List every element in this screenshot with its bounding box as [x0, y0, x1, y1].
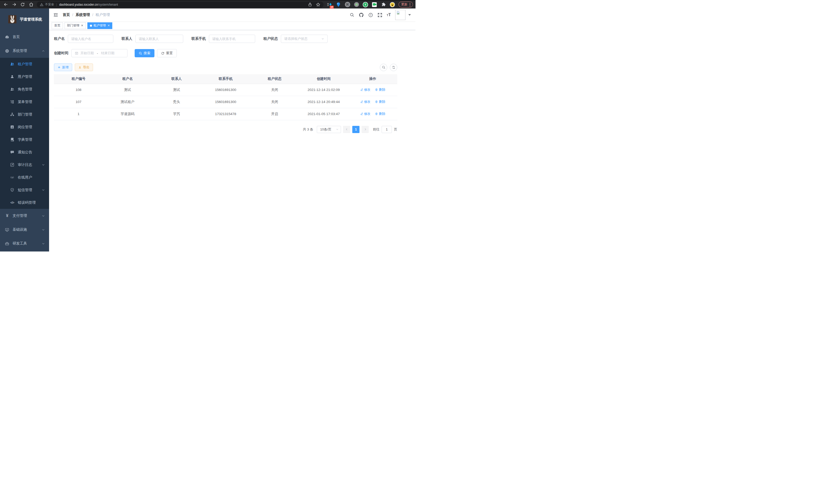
- app-logo: [8, 15, 17, 23]
- roles-icon: [10, 87, 15, 91]
- breadcrumb-home[interactable]: 首页: [63, 12, 70, 17]
- sidebar-item-error-code[interactable]: </> 错误码管理: [0, 196, 49, 209]
- bookmark-star-icon[interactable]: [316, 2, 320, 7]
- extensions-puzzle-icon[interactable]: [380, 2, 386, 7]
- next-page-button[interactable]: [362, 126, 369, 133]
- font-size-icon[interactable]: TT: [387, 12, 391, 17]
- forward-icon[interactable]: [11, 2, 17, 8]
- top-navbar: 首页 / 系统管理 / 租户管理 ? TT: [49, 8, 416, 21]
- filter-row-1: 租户名 联系人 联系手机 租户状态 请选择租户状态: [54, 35, 397, 43]
- tenant-users-icon: [10, 62, 15, 66]
- close-tab-icon[interactable]: ✕: [107, 24, 110, 27]
- col-contact: 联系人: [152, 74, 201, 84]
- tags-view-bar: 首页 部门管理 ✕ 租户管理 ✕: [49, 21, 416, 30]
- sidebar-item-dept[interactable]: 部门管理: [0, 108, 49, 121]
- sidebar-collapse-icon[interactable]: [53, 12, 58, 18]
- sidebar-item-menu[interactable]: 菜单管理: [0, 95, 49, 108]
- refresh-table-button[interactable]: [390, 64, 397, 71]
- extension-green-dot-icon[interactable]: [353, 2, 359, 7]
- avatar-dropdown-icon[interactable]: [408, 14, 411, 16]
- search-button[interactable]: 搜索: [135, 49, 154, 57]
- sidebar-item-post[interactable]: 岗位管理: [0, 121, 49, 133]
- edit-button[interactable]: 修改: [360, 112, 371, 116]
- app-logo-row[interactable]: 芋道管理系统: [0, 8, 49, 30]
- share-icon[interactable]: [308, 2, 312, 7]
- contact-label: 联系人: [121, 36, 132, 41]
- sidebar-item-user[interactable]: 用户管理: [0, 70, 49, 83]
- post-badge-icon: [10, 125, 15, 129]
- close-tab-icon[interactable]: ✕: [81, 24, 83, 27]
- extension-command-icon[interactable]: ⌘: [345, 2, 350, 7]
- sidebar-item-notice[interactable]: 通知公告: [0, 146, 49, 158]
- delete-button[interactable]: 删除: [375, 88, 385, 92]
- browser-menu-icon[interactable]: [409, 3, 410, 6]
- address-bar[interactable]: 不安全 | dashboard.yudao.iocoder.cn/system/…: [37, 2, 323, 8]
- edit-button[interactable]: 修改: [360, 88, 371, 92]
- tab-dept[interactable]: 部门管理 ✕: [64, 22, 86, 29]
- not-secure-label: 不安全: [45, 2, 54, 7]
- back-icon[interactable]: [3, 2, 9, 8]
- download-icon: [78, 66, 82, 69]
- extension-emoji-icon[interactable]: [390, 2, 395, 7]
- create-time-label: 创建时间: [54, 51, 68, 56]
- extension-diamond-icon[interactable]: 10: [326, 2, 332, 7]
- reset-button[interactable]: 重置: [157, 49, 177, 57]
- edit-button[interactable]: 修改: [360, 100, 371, 104]
- mobile-input[interactable]: [209, 35, 255, 43]
- page-size-select[interactable]: 10条/页: [317, 126, 341, 133]
- goto-page-input[interactable]: [381, 126, 392, 133]
- breadcrumb-system[interactable]: 系统管理: [76, 12, 90, 17]
- status-value: 关闭: [250, 96, 299, 108]
- status-select[interactable]: 请选择租户状态: [281, 35, 327, 43]
- sidebar-item-home[interactable]: 首页: [0, 30, 49, 44]
- home-icon[interactable]: [28, 2, 34, 8]
- header-search-icon[interactable]: [350, 12, 354, 17]
- page-number-button[interactable]: 1: [352, 126, 360, 133]
- reload-icon[interactable]: [20, 2, 26, 8]
- delete-button[interactable]: 删除: [375, 112, 385, 116]
- sidebar-item-dict[interactable]: 字典管理: [0, 133, 49, 146]
- payment-yen-icon: ¥: [5, 214, 9, 218]
- date-separator: -: [97, 51, 98, 55]
- tenant-name-label: 租户名: [54, 36, 65, 41]
- browser-update-button[interactable]: 更新: [399, 2, 413, 7]
- delete-button[interactable]: 删除: [375, 100, 385, 104]
- chevron-down-icon: [41, 228, 45, 232]
- sidebar-item-dev-tools[interactable]: 研发工具: [0, 237, 49, 250]
- sidebar-item-pay[interactable]: ¥ 支付管理: [0, 209, 49, 223]
- prev-page-button[interactable]: [343, 126, 350, 133]
- svg-text:?: ?: [370, 13, 371, 16]
- sidebar-item-role[interactable]: 角色管理: [0, 83, 49, 95]
- extension-y-icon[interactable]: Y: [363, 2, 368, 7]
- contact-input[interactable]: [136, 35, 183, 43]
- tab-tenant[interactable]: 租户管理 ✕: [87, 22, 112, 29]
- export-button[interactable]: 导出: [75, 63, 93, 71]
- sidebar-item-tenant[interactable]: 租户管理: [0, 58, 49, 70]
- tab-home[interactable]: 首页: [52, 22, 63, 29]
- sms-shield-icon: [10, 188, 15, 192]
- sidebar-item-system[interactable]: 系统管理: [0, 44, 49, 58]
- announcement-icon: [10, 150, 15, 154]
- show-search-toggle-button[interactable]: [380, 64, 387, 71]
- chevron-down-icon: [321, 37, 324, 40]
- extension-balloon-icon[interactable]: [336, 2, 341, 7]
- github-icon[interactable]: [359, 12, 364, 18]
- sidebar-item-audit-log[interactable]: 审计日志: [0, 158, 49, 171]
- help-icon[interactable]: ?: [368, 12, 373, 18]
- col-created: 创建时间: [299, 74, 348, 84]
- tenant-name-input[interactable]: [68, 35, 113, 43]
- not-secure-warning-icon: [40, 3, 44, 6]
- sidebar-item-infra[interactable]: 基础设施: [0, 223, 49, 237]
- extension-chat-icon[interactable]: [372, 2, 377, 7]
- chevron-right-icon: [364, 128, 367, 131]
- table-row: 1 芋道源码 芋艿 17321315478 开启 2021-01-05 17:0…: [54, 108, 397, 120]
- avatar[interactable]: [395, 10, 405, 20]
- fullscreen-icon[interactable]: [377, 12, 382, 18]
- add-button[interactable]: 新增: [54, 63, 72, 71]
- date-start-placeholder[interactable]: 开始日期: [80, 51, 94, 56]
- goto-label: 前往: [373, 127, 379, 132]
- sidebar-item-sms[interactable]: 短信管理: [0, 184, 49, 196]
- sidebar-item-online-user[interactable]: 在线用户: [0, 171, 49, 184]
- create-time-range-picker[interactable]: 开始日期 - 结束日期: [71, 49, 127, 57]
- date-end-placeholder[interactable]: 结束日期: [101, 51, 114, 56]
